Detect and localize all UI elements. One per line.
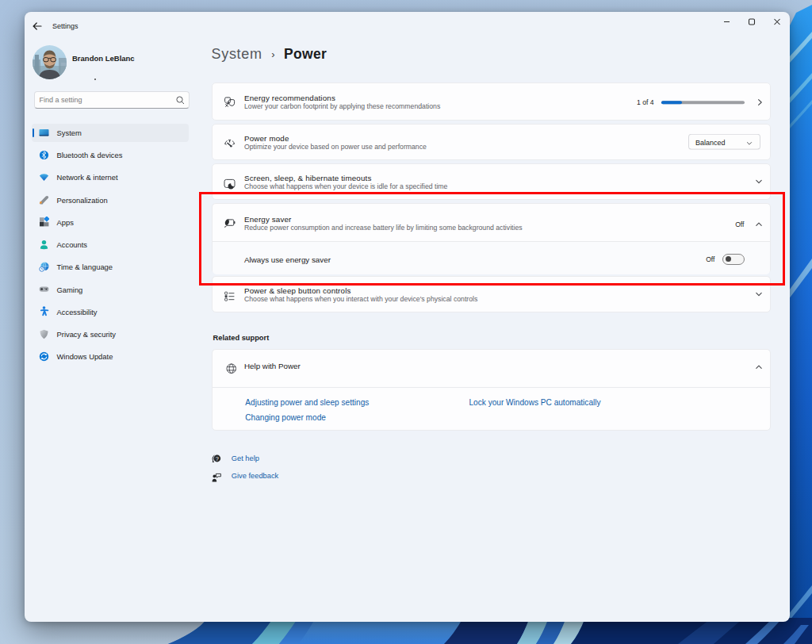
- svg-text:?: ?: [216, 454, 219, 462]
